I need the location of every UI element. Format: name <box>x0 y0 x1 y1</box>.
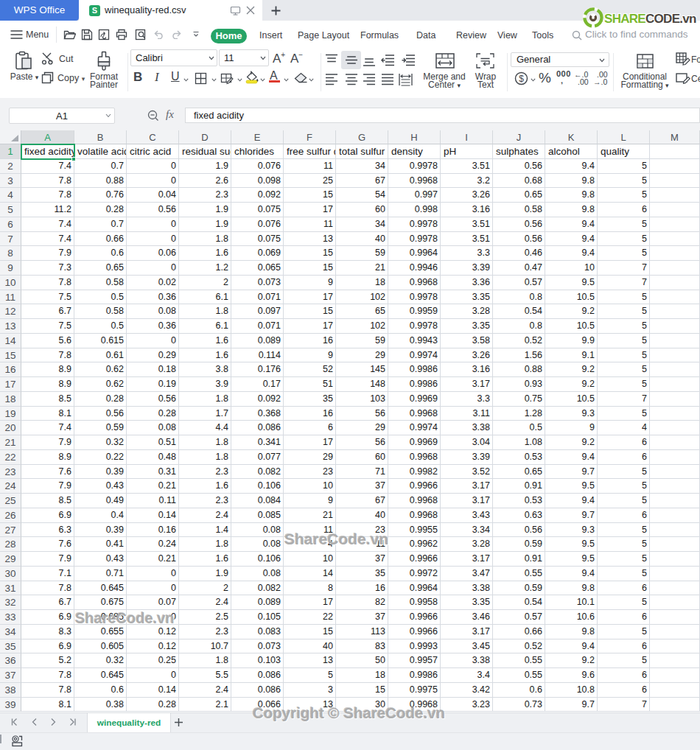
svg-text:$: $ <box>519 74 524 84</box>
